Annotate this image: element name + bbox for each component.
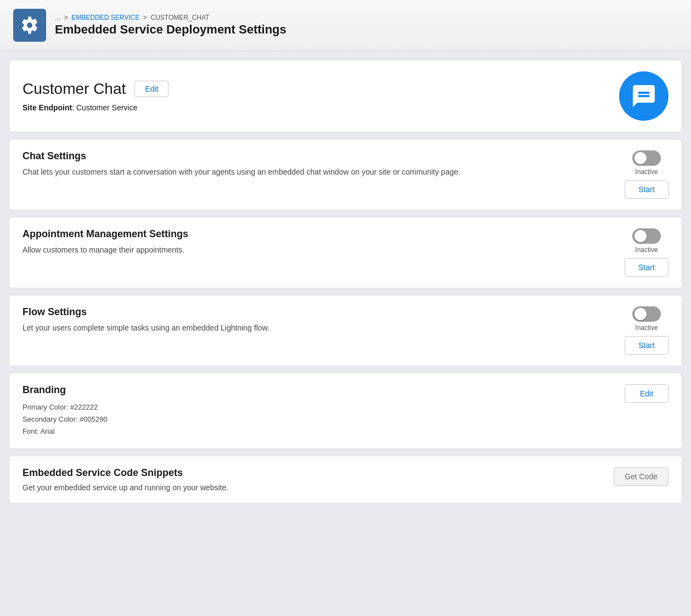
chat-settings-right: Inactive Start	[625, 150, 668, 199]
branding-font-label: Font:	[23, 427, 39, 435]
site-endpoint-value: Customer Service	[76, 103, 137, 112]
main-content: Customer Chat Edit Site Endpoint: Custom…	[0, 51, 691, 512]
appointment-settings-left: Appointment Management Settings Allow cu…	[23, 228, 611, 256]
chat-settings-start-button[interactable]: Start	[625, 180, 668, 199]
appointment-settings-section: Appointment Management Settings Allow cu…	[9, 217, 682, 288]
appointment-settings-status: Inactive	[635, 246, 658, 254]
appointment-settings-right: Inactive Start	[625, 228, 668, 277]
header-text: ... > EMBEDDED SERVICE > CUSTOMER_CHAT E…	[55, 14, 286, 37]
appointment-settings-title: Appointment Management Settings	[23, 228, 611, 240]
breadcrumb: ... > EMBEDDED SERVICE > CUSTOMER_CHAT	[55, 14, 286, 21]
branding-section: Branding Primary Color: #222222 Secondar…	[9, 373, 682, 449]
flow-settings-desc: Let your users complete simple tasks usi…	[23, 322, 516, 334]
branding-primary-color-value: #222222	[70, 403, 98, 411]
flow-settings-right: Inactive Start	[625, 306, 668, 355]
breadcrumb-embedded-service[interactable]: EMBEDDED SERVICE	[71, 14, 139, 21]
header-icon-box	[13, 9, 46, 42]
page-title: Embedded Service Deployment Settings	[55, 23, 286, 37]
flow-settings-start-button[interactable]: Start	[625, 336, 668, 355]
code-snippets-right: Get Code	[614, 467, 668, 486]
chat-settings-left: Chat Settings Chat lets your customers s…	[23, 150, 611, 178]
customer-chat-title-row: Customer Chat Edit	[23, 80, 168, 98]
flow-settings-title: Flow Settings	[23, 306, 611, 318]
chat-settings-title: Chat Settings	[23, 150, 611, 162]
branding-secondary-color-value: #005290	[80, 415, 108, 423]
branding-right: Edit	[625, 384, 668, 403]
branding-details: Primary Color: #222222 Secondary Color: …	[23, 401, 611, 438]
flow-settings-section: Flow Settings Let your users complete si…	[9, 295, 682, 366]
flow-settings-left: Flow Settings Let your users complete si…	[23, 306, 611, 334]
customer-chat-card: Customer Chat Edit Site Endpoint: Custom…	[9, 60, 682, 132]
site-endpoint: Site Endpoint: Customer Service	[23, 103, 168, 112]
flow-settings-toggle-wrap: Inactive	[632, 306, 661, 332]
code-snippets-title: Embedded Service Code Snippets	[23, 467, 600, 479]
flow-settings-status: Inactive	[635, 324, 658, 332]
appointment-settings-start-button[interactable]: Start	[625, 258, 668, 277]
get-code-button[interactable]: Get Code	[614, 467, 668, 486]
site-endpoint-label: Site Endpoint	[23, 103, 72, 112]
breadcrumb-customer-chat: CUSTOMER_CHAT	[151, 14, 210, 21]
customer-chat-title: Customer Chat	[23, 80, 126, 98]
appointment-settings-desc: Allow customers to manage their appointm…	[23, 244, 516, 256]
code-snippets-left: Embedded Service Code Snippets Get your …	[23, 467, 600, 492]
branding-font-value: Arial	[41, 427, 55, 435]
customer-chat-edit-button[interactable]: Edit	[134, 81, 168, 97]
customer-chat-left: Customer Chat Edit Site Endpoint: Custom…	[23, 80, 168, 112]
appointment-settings-toggle[interactable]	[632, 228, 661, 244]
chat-settings-toggle-wrap: Inactive	[632, 150, 661, 176]
appointment-settings-toggle-wrap: Inactive	[632, 228, 661, 254]
code-snippets-section: Embedded Service Code Snippets Get your …	[9, 456, 682, 503]
branding-font: Font: Arial	[23, 425, 611, 438]
flow-settings-toggle[interactable]	[632, 306, 661, 322]
branding-secondary-color-label: Secondary Color:	[23, 415, 77, 423]
chat-bubble-icon	[631, 83, 657, 109]
branding-secondary-color: Secondary Color: #005290	[23, 413, 611, 425]
branding-primary-color-label: Primary Color:	[23, 403, 68, 411]
chat-settings-toggle[interactable]	[632, 150, 661, 166]
code-snippets-desc: Get your embedded service up and running…	[23, 483, 600, 492]
chat-icon-circle	[619, 71, 668, 121]
gear-icon	[20, 16, 39, 35]
breadcrumb-ellipsis: ...	[55, 14, 60, 21]
branding-left: Branding Primary Color: #222222 Secondar…	[23, 384, 611, 438]
chat-settings-status: Inactive	[635, 168, 658, 176]
branding-primary-color: Primary Color: #222222	[23, 401, 611, 413]
chat-settings-desc: Chat lets your customers start a convers…	[23, 166, 516, 178]
page-header: ... > EMBEDDED SERVICE > CUSTOMER_CHAT E…	[0, 0, 691, 51]
branding-edit-button[interactable]: Edit	[625, 384, 668, 403]
chat-settings-section: Chat Settings Chat lets your customers s…	[9, 139, 682, 210]
branding-title: Branding	[23, 384, 611, 396]
